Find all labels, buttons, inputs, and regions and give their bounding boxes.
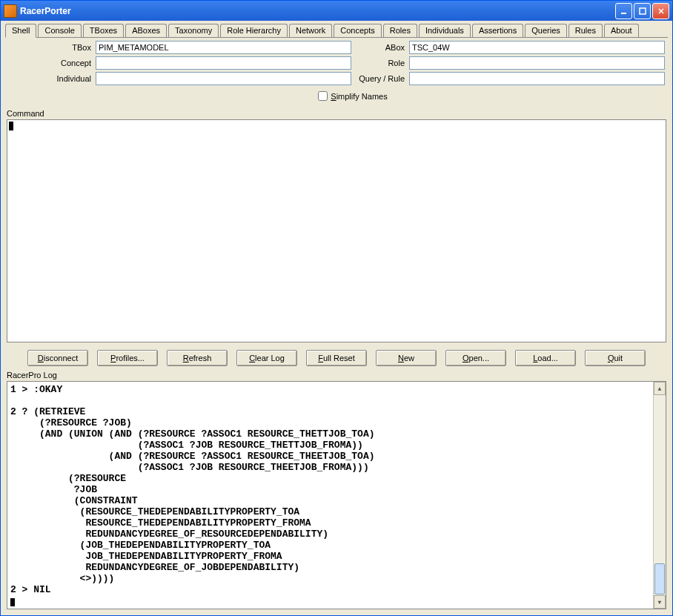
tbox-label: TBox xyxy=(38,43,96,52)
maximize-icon xyxy=(639,7,646,15)
scroll-down-button[interactable]: ▼ xyxy=(654,595,666,609)
tab-concepts[interactable]: Concepts xyxy=(334,24,381,37)
tab-assertions[interactable]: Assertions xyxy=(472,24,523,37)
tab-tboxes[interactable]: TBoxes xyxy=(83,24,124,37)
log-scrollbar[interactable]: ▲ ▼ xyxy=(653,382,666,609)
text-cursor xyxy=(10,598,15,606)
individual-label: Individual xyxy=(38,74,96,83)
log-content[interactable]: 1 > :OKAY 2 ? (RETRIEVE (?RESOURCE ?JOB)… xyxy=(7,382,653,609)
tab-taxonomy[interactable]: Taxonomy xyxy=(168,24,219,37)
tab-rules[interactable]: Rules xyxy=(568,24,603,37)
open-button[interactable]: Open... xyxy=(445,350,506,366)
command-label: Command xyxy=(1,109,672,119)
simplify-checkbox[interactable] xyxy=(318,91,328,101)
queryrule-label: Query / Rule xyxy=(351,74,409,83)
titlebar: RacerPorter xyxy=(1,1,672,21)
new-button[interactable]: New xyxy=(376,350,437,366)
tab-role-hierarchy[interactable]: Role Hierarchy xyxy=(220,24,288,37)
app-icon xyxy=(4,4,17,18)
abox-input[interactable] xyxy=(409,41,665,54)
tab-shell[interactable]: Shell xyxy=(5,24,36,38)
scroll-thumb[interactable] xyxy=(654,563,665,595)
concept-input[interactable] xyxy=(96,56,351,70)
command-textarea[interactable] xyxy=(7,119,666,342)
clearlog-button[interactable]: Clear Log xyxy=(236,350,297,366)
load-button[interactable]: Load... xyxy=(515,350,576,366)
queryrule-input[interactable] xyxy=(409,72,665,85)
scroll-track[interactable] xyxy=(654,395,666,595)
scroll-up-button[interactable]: ▲ xyxy=(654,382,666,395)
log-area: 1 > :OKAY 2 ? (RETRIEVE (?RESOURCE ?JOB)… xyxy=(7,381,666,609)
tab-about[interactable]: About xyxy=(604,24,639,37)
window-controls xyxy=(615,3,669,19)
quit-button[interactable]: Quit xyxy=(585,350,646,366)
simplify-label[interactable]: Simplify Names xyxy=(331,92,387,101)
tab-aboxes[interactable]: ABoxes xyxy=(125,24,167,37)
form-area: TBox ABox Concept Role Individual xyxy=(1,38,672,109)
svg-rect-1 xyxy=(640,8,646,14)
tab-console[interactable]: Console xyxy=(38,24,81,37)
tab-roles[interactable]: Roles xyxy=(383,24,417,37)
tab-individuals[interactable]: Individuals xyxy=(419,24,471,37)
abox-label: ABox xyxy=(351,43,409,52)
log-label: RacerPro Log xyxy=(1,371,672,381)
tab-bar: ShellConsoleTBoxesABoxesTaxonomyRole Hie… xyxy=(1,21,672,37)
maximize-button[interactable] xyxy=(634,3,651,19)
tbox-input[interactable] xyxy=(96,41,351,54)
svg-rect-0 xyxy=(621,13,626,14)
close-icon xyxy=(657,7,665,15)
close-button[interactable] xyxy=(652,3,669,19)
minimize-button[interactable] xyxy=(615,3,632,19)
individual-input[interactable] xyxy=(96,72,351,85)
tab-network[interactable]: Network xyxy=(289,24,332,37)
minimize-icon xyxy=(620,7,628,15)
app-window: RacerPorter ShellConsoleTBoxesABoxesTaxo… xyxy=(0,0,673,616)
text-cursor xyxy=(9,122,13,130)
concept-label: Concept xyxy=(38,59,96,67)
tab-queries[interactable]: Queries xyxy=(525,24,567,37)
role-label: Role xyxy=(351,59,409,67)
disconnect-button[interactable]: Disconnect xyxy=(27,350,88,366)
role-input[interactable] xyxy=(409,56,665,70)
button-row: Disconnect Profiles... Refresh Clear Log… xyxy=(1,345,672,371)
window-title: RacerPorter xyxy=(20,6,615,16)
refresh-button[interactable]: Refresh xyxy=(167,350,228,366)
fullreset-button[interactable]: Full Reset xyxy=(306,350,367,366)
profiles-button[interactable]: Profiles... xyxy=(97,350,158,366)
